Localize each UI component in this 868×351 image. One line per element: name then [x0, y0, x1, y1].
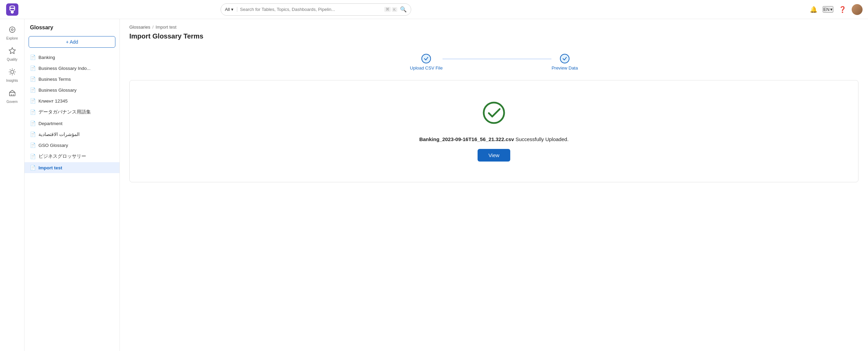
sidebar-item-klient[interactable]: 📄 Клиент 12345	[25, 95, 119, 106]
svg-point-7	[11, 29, 13, 31]
svg-line-20	[10, 74, 10, 74]
sidebar-item-banking[interactable]: 📄 Banking	[25, 52, 119, 63]
help-icon[interactable]: ❓	[839, 6, 846, 13]
logo-icon	[6, 3, 18, 16]
quality-icon	[9, 47, 16, 56]
svg-point-25	[484, 103, 504, 123]
quality-label: Quality	[7, 58, 17, 61]
success-icon	[482, 101, 506, 129]
svg-line-16	[10, 70, 10, 70]
avatar[interactable]	[852, 4, 863, 15]
sidebar-item-business-glossary[interactable]: 📄 Business Glossary	[25, 85, 119, 95]
lang-chevron-icon	[830, 7, 833, 12]
search-filter-dropdown[interactable]: All	[225, 7, 237, 12]
sidebar-item-japanese1[interactable]: 📄 データガバナンス用語集	[25, 106, 119, 118]
glossary-icon: 📄	[30, 132, 36, 137]
rail-item-insights[interactable]: Insights	[0, 65, 24, 85]
svg-line-21	[14, 70, 15, 70]
svg-rect-0	[6, 3, 18, 16]
breadcrumb-parent[interactable]: Glossaries	[129, 25, 150, 30]
search-input[interactable]	[240, 7, 382, 12]
glossary-icon: 📄	[30, 76, 36, 82]
svg-line-17	[14, 74, 15, 74]
glossary-icon: 📄	[30, 65, 36, 71]
step-preview-label: Preview Data	[551, 65, 578, 71]
steps-bar: Upload CSV File Preview Data	[120, 47, 868, 80]
sidebar-item-japanese2[interactable]: 📄 ビジネスグロッサリー	[25, 151, 119, 162]
page-title: Import Glossary Terms	[120, 30, 868, 47]
breadcrumb: Glossaries / Import test	[120, 19, 868, 30]
sidebar-list: 📄 Banking 📄 Business Glossary Indo... 📄 …	[25, 50, 119, 174]
notifications-icon[interactable]: 🔔	[810, 6, 817, 13]
breadcrumb-current: Import test	[156, 25, 176, 30]
sidebar-item-arabic1[interactable]: 📄 المؤشرات الاقتصادية	[25, 129, 119, 140]
step-upload-circle	[421, 54, 431, 63]
search-icon[interactable]: 🔍	[400, 6, 407, 13]
body-wrap: Explore Quality	[0, 19, 868, 351]
sidebar: Glossary + Add 📄 Banking 📄 Business Glos…	[25, 19, 120, 351]
govern-icon	[9, 89, 16, 98]
glossary-icon: 📄	[30, 87, 36, 93]
avatar-image	[852, 4, 863, 15]
view-button[interactable]: View	[478, 149, 510, 162]
glossary-icon: 📄	[30, 109, 36, 115]
svg-point-5	[11, 10, 14, 13]
svg-point-13	[11, 70, 14, 73]
keyboard-shortcut-hint: ⌘ K	[384, 7, 397, 12]
main-content: Glossaries / Import test Import Glossary…	[120, 19, 868, 351]
icon-rail: Explore Quality	[0, 19, 25, 351]
glossary-icon: 📄	[30, 165, 36, 170]
step-upload-label: Upload CSV File	[410, 65, 443, 71]
logo[interactable]	[5, 3, 19, 16]
language-selector[interactable]: EN	[823, 6, 833, 13]
sidebar-item-department[interactable]: 📄 Department	[25, 118, 119, 129]
nav-right: 🔔 EN ❓	[810, 4, 863, 15]
sidebar-item-gso-glossary[interactable]: 📄 GSO Glossary	[25, 140, 119, 151]
sidebar-item-import-test[interactable]: 📄 Import test	[25, 162, 119, 173]
rail-item-govern[interactable]: Govern	[0, 87, 24, 106]
sidebar-title: Glossary	[25, 19, 119, 33]
svg-marker-12	[9, 48, 15, 54]
insights-label: Insights	[6, 79, 18, 82]
topnav: All ⌘ K 🔍 🔔 EN ❓	[0, 0, 868, 19]
success-message: Banking_2023-09-16T16_56_21.322.csv Succ…	[419, 136, 569, 142]
govern-label: Govern	[6, 100, 18, 104]
glossary-icon: 📄	[30, 55, 36, 60]
rail-item-quality[interactable]: Quality	[0, 44, 24, 64]
sidebar-item-business-terms[interactable]: 📄 Business Terms	[25, 74, 119, 85]
glossary-icon: 📄	[30, 98, 36, 104]
filter-chevron-icon	[231, 7, 234, 12]
insights-icon	[9, 68, 16, 77]
step-line	[443, 59, 551, 59]
glossary-icon: 📄	[30, 142, 36, 148]
rail-item-explore[interactable]: Explore	[0, 23, 24, 43]
search-bar[interactable]: All ⌘ K 🔍	[221, 3, 411, 16]
glossary-icon: 📄	[30, 121, 36, 126]
sidebar-item-business-glossary-indo[interactable]: 📄 Business Glossary Indo...	[25, 63, 119, 74]
explore-label: Explore	[6, 36, 18, 40]
step-preview: Preview Data	[551, 54, 578, 71]
svg-rect-22	[9, 92, 15, 96]
success-suffix: Successfully Uploaded.	[514, 136, 568, 142]
success-checkmark-icon	[482, 101, 506, 125]
step-preview-circle	[560, 54, 569, 63]
explore-icon	[9, 26, 16, 35]
uploaded-filename: Banking_2023-09-16T16_56_21.322.csv	[419, 136, 514, 142]
step-upload: Upload CSV File	[410, 54, 443, 71]
svg-point-6	[9, 27, 15, 33]
glossary-icon: 📄	[30, 154, 36, 159]
breadcrumb-sep: /	[152, 25, 154, 30]
upload-result-card: Banking_2023-09-16T16_56_21.322.csv Succ…	[129, 80, 858, 182]
add-button[interactable]: + Add	[29, 36, 115, 48]
